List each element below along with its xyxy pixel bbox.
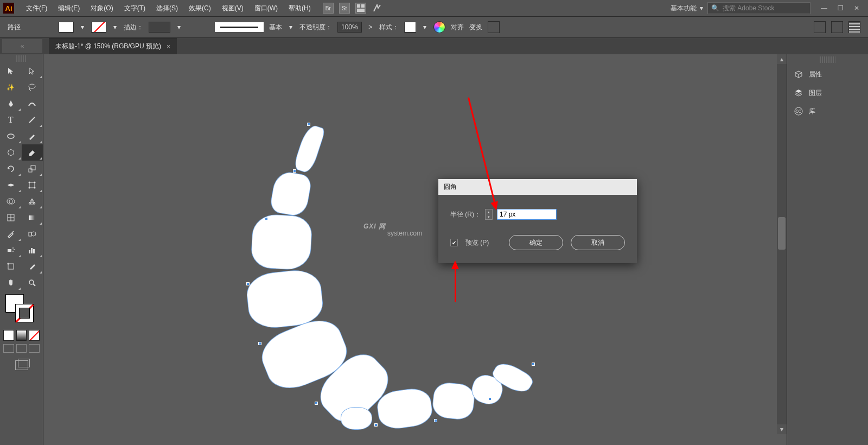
menu-type[interactable]: 文字(T) xyxy=(119,4,151,13)
radius-input[interactable] xyxy=(497,209,557,220)
panel-properties[interactable]: 属性 xyxy=(787,65,868,84)
scroll-thumb[interactable] xyxy=(778,217,786,250)
color-mode-row xyxy=(0,330,43,341)
minimize-button[interactable]: ― xyxy=(816,3,832,14)
free-transform-tool[interactable] xyxy=(22,177,43,193)
color-mode-gradient[interactable] xyxy=(16,330,27,341)
annotation-arrow-2 xyxy=(450,260,461,304)
fill-dropdown[interactable]: ▾ xyxy=(79,22,86,33)
line-tool[interactable] xyxy=(22,112,43,128)
canvas[interactable]: GXI 网 system.com ▴ ▾ xyxy=(43,54,787,445)
symbol-sprayer-tool[interactable] xyxy=(0,242,22,258)
style-label: 样式： xyxy=(379,23,399,32)
isolate-icon[interactable] xyxy=(488,21,500,33)
panel-layers[interactable]: 图层 xyxy=(787,84,868,102)
selection-tool[interactable] xyxy=(0,63,22,79)
stroke-swatch[interactable] xyxy=(91,22,106,33)
panel-libraries[interactable]: 库 xyxy=(787,102,868,120)
menu-effect[interactable]: 效果(C) xyxy=(183,4,216,13)
rotate-tool[interactable] xyxy=(0,161,22,177)
scale-tool[interactable] xyxy=(22,161,43,177)
tools-collapse-handle[interactable]: « xyxy=(2,39,42,53)
mesh-tool[interactable] xyxy=(0,209,22,226)
opacity-dd[interactable]: > xyxy=(367,22,374,33)
stroke-weight-input[interactable] xyxy=(149,22,170,33)
artboard-tool[interactable] xyxy=(0,258,22,275)
slice-tool[interactable] xyxy=(22,258,43,275)
stock-search[interactable]: 🔍 搜索 Adobe Stock xyxy=(707,2,810,14)
color-mode-none[interactable] xyxy=(29,330,40,341)
perspective-tool[interactable] xyxy=(22,193,43,209)
ok-button[interactable]: 确定 xyxy=(509,235,563,250)
style-dd[interactable]: ▾ xyxy=(422,22,428,33)
ellipse-tool[interactable] xyxy=(0,128,22,144)
screen-mode-button[interactable] xyxy=(15,360,28,370)
scroll-down-icon[interactable]: ▾ xyxy=(777,424,787,434)
workspace-switcher[interactable]: 基本功能 ▾ xyxy=(666,4,707,13)
document-tab[interactable]: 未标题-1* @ 150% (RGB/GPU 预览) × xyxy=(49,38,177,54)
menu-select[interactable]: 选择(S) xyxy=(151,4,183,13)
paintbrush-tool[interactable] xyxy=(22,128,43,144)
canvas-scrollbar-vertical[interactable]: ▴ ▾ xyxy=(777,54,787,434)
fill-swatch[interactable] xyxy=(59,22,74,33)
hand-tool[interactable] xyxy=(0,275,22,291)
shaper-tool[interactable] xyxy=(0,144,22,161)
right-panel-grip[interactable] xyxy=(820,56,835,63)
zoom-tool[interactable] xyxy=(22,275,43,291)
gradient-tool[interactable] xyxy=(22,209,43,226)
tab-close-icon[interactable]: × xyxy=(167,43,170,50)
fill-stroke-control[interactable] xyxy=(3,294,40,327)
brush-preview[interactable] xyxy=(215,22,264,32)
search-placeholder: 搜索 Adobe Stock xyxy=(723,4,774,13)
grid-icon[interactable] xyxy=(814,21,826,33)
draw-normal[interactable] xyxy=(3,344,14,353)
bridge-icon[interactable]: Br xyxy=(323,3,334,14)
stroke-dropdown[interactable]: ▾ xyxy=(112,22,118,33)
arrange-docs-icon[interactable] xyxy=(355,3,366,14)
width-tool[interactable] xyxy=(0,177,22,193)
maximize-button[interactable]: ❐ xyxy=(832,3,848,14)
shape-builder-tool[interactable] xyxy=(0,193,22,209)
panel-grip[interactable] xyxy=(16,55,27,62)
menu-object[interactable]: 对象(O) xyxy=(85,4,118,13)
blend-tool[interactable] xyxy=(22,226,43,242)
type-tool[interactable]: T xyxy=(0,112,22,128)
eyedropper-tool[interactable] xyxy=(0,226,22,242)
preview-checkbox[interactable]: ✔ xyxy=(450,239,458,246)
window-controls: ― ❐ ✕ xyxy=(816,3,865,14)
graphic-style-swatch[interactable] xyxy=(404,22,416,33)
stroke-color[interactable] xyxy=(15,304,34,322)
column-graph-tool[interactable] xyxy=(22,242,43,258)
curvature-tool[interactable] xyxy=(22,96,43,112)
recolor-icon[interactable] xyxy=(433,21,445,33)
pen-tool[interactable] xyxy=(0,96,22,112)
close-button[interactable]: ✕ xyxy=(848,3,865,14)
opacity-input[interactable]: 100% xyxy=(337,22,362,33)
cancel-button[interactable]: 取消 xyxy=(571,235,625,250)
lasso-tool[interactable] xyxy=(22,79,43,96)
menu-edit[interactable]: 编辑(E) xyxy=(53,4,85,13)
stroke-weight-dd[interactable]: ▾ xyxy=(176,22,182,33)
brush-dd[interactable]: ▾ xyxy=(288,22,294,33)
menu-help[interactable]: 帮助(H) xyxy=(283,4,316,13)
spinner-down-icon[interactable]: ▾ xyxy=(486,214,492,219)
align-label[interactable]: 对齐 xyxy=(451,23,464,32)
menu-view[interactable]: 视图(V) xyxy=(216,4,249,13)
draw-behind[interactable] xyxy=(16,344,27,353)
app-logo: Ai xyxy=(3,3,14,14)
menu-window[interactable]: 窗口(W) xyxy=(249,4,283,13)
color-mode-solid[interactable] xyxy=(3,330,14,341)
menu-file[interactable]: 文件(F) xyxy=(21,4,53,13)
svg-point-23 xyxy=(14,249,15,250)
scroll-up-icon[interactable]: ▴ xyxy=(777,54,787,64)
stock-icon[interactable]: St xyxy=(339,3,350,14)
eraser-tool[interactable] xyxy=(22,144,43,161)
list-icon[interactable] xyxy=(848,21,860,33)
snap-icon[interactable] xyxy=(831,21,843,33)
panel-label: 库 xyxy=(809,107,815,116)
direct-selection-tool[interactable] xyxy=(22,63,43,79)
draw-inside[interactable] xyxy=(29,344,40,353)
magic-wand-tool[interactable]: ✨ xyxy=(0,79,22,96)
gpu-icon[interactable] xyxy=(372,3,382,14)
transform-label[interactable]: 变换 xyxy=(469,23,482,32)
